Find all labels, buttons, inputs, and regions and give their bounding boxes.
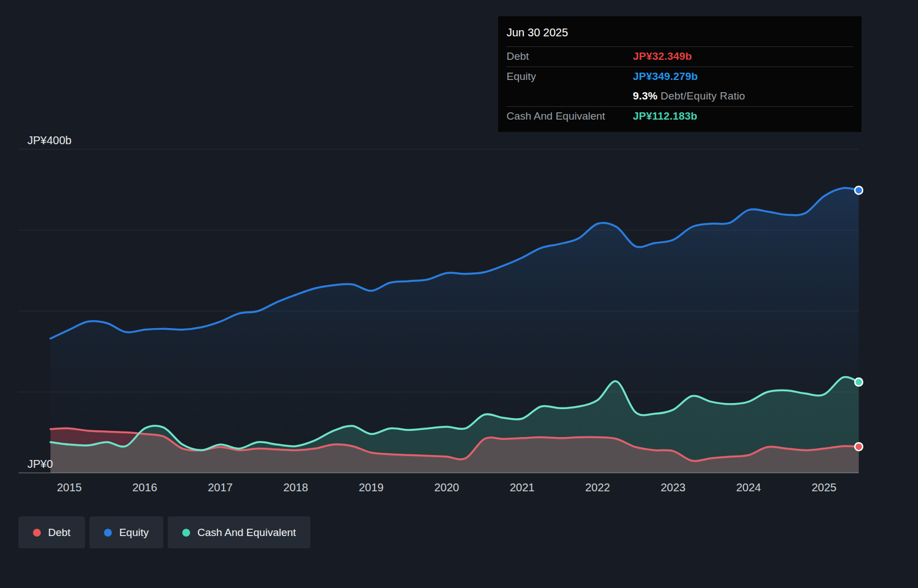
x-axis-label: 2024 — [736, 481, 761, 494]
legend-item-cash-and-equivalent[interactable]: Cash And Equivalent — [168, 516, 310, 548]
legend-label: Debt — [48, 527, 70, 539]
tooltip-equity-label: Equity — [507, 70, 633, 83]
x-axis-label: 2022 — [585, 481, 611, 494]
tooltip-equity-value: JP¥349.279b — [633, 70, 698, 83]
legend-label: Cash And Equivalent — [197, 527, 296, 539]
legend-label: Equity — [119, 527, 149, 539]
tooltip-ratio-label: Debt/Equity Ratio — [661, 90, 745, 102]
legend-item-equity[interactable]: Equity — [89, 516, 163, 548]
tooltip-ratio-value: 9.3% — [633, 90, 657, 102]
equity-endpoint-dot — [855, 186, 863, 194]
x-axis-label: 2020 — [434, 481, 460, 494]
tooltip-cash-label: Cash And Equivalent — [507, 110, 633, 122]
x-axis-label: 2019 — [359, 481, 384, 494]
cash-endpoint-dot — [855, 378, 863, 386]
tooltip-row-cash: Cash And Equivalent JP¥112.183b — [507, 106, 853, 126]
x-axis-label: 2023 — [661, 481, 686, 494]
tooltip-cash-value: JP¥112.183b — [633, 110, 697, 122]
tooltip-debt-label: Debt — [507, 50, 633, 63]
tooltip-row-debt: Debt JP¥32.349b — [507, 46, 853, 67]
x-axis-label: 2025 — [812, 481, 837, 494]
legend-dot-icon — [104, 529, 112, 537]
debt-endpoint-dot — [855, 443, 863, 451]
x-axis-label: 2021 — [510, 481, 535, 494]
tooltip: Jun 30 2025 Debt JP¥32.349b Equity JP¥34… — [498, 16, 862, 132]
tooltip-debt-value: JP¥32.349b — [633, 50, 692, 63]
tooltip-date: Jun 30 2025 — [507, 21, 853, 46]
tooltip-ratio: 9.3% Debt/Equity Ratio — [633, 90, 745, 102]
x-axis-label: 2015 — [57, 481, 82, 494]
tooltip-row-ratio: 9.3% Debt/Equity Ratio — [507, 87, 853, 106]
legend-dot-icon — [33, 529, 41, 537]
x-axis-label: 2018 — [283, 481, 309, 494]
legend-dot-icon — [182, 529, 190, 537]
legend: DebtEquityCash And Equivalent — [18, 516, 310, 548]
legend-item-debt[interactable]: Debt — [18, 516, 85, 548]
y-axis-label: JP¥400b — [27, 134, 72, 146]
y-axis-label: JP¥0 — [27, 458, 53, 470]
x-axis-label: 2017 — [208, 481, 233, 494]
tooltip-row-equity: Equity JP¥349.279b — [507, 67, 853, 87]
x-axis-label: 2016 — [133, 481, 158, 494]
